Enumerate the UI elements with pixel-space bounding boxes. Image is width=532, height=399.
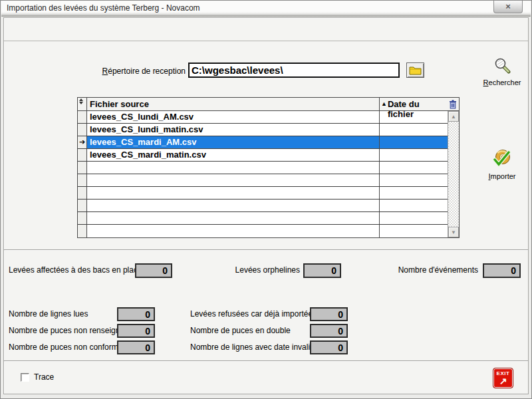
table-row[interactable]: ➔ levees_CS_mardi_AM.csv <box>78 136 448 149</box>
counter-label: Nombre d'événements <box>386 263 478 277</box>
table-row[interactable]: levees_CS_mardi_matin.csv <box>78 149 448 162</box>
file-date-cell <box>380 149 448 161</box>
counter-label: Nombre de puces en double <box>190 324 291 338</box>
window-title: Importation des levées du système Terber… <box>7 3 200 13</box>
search-button-label: Rechercher <box>479 78 525 86</box>
file-table-header: Fichier source ▲ Date du fichier <box>78 98 459 111</box>
scrollbar-track[interactable] <box>448 122 459 227</box>
counter-field: 0 <box>117 324 155 338</box>
counter-field: 0 <box>117 340 155 354</box>
counter-label: Nombre de puces non renseignés <box>9 324 128 338</box>
counter-label: Nombre de puces non conformes <box>9 340 126 354</box>
reception-dir-input[interactable] <box>188 63 400 78</box>
counter-field: 0 <box>483 263 521 278</box>
delete-file-button[interactable] <box>446 98 459 110</box>
table-row-empty[interactable] <box>78 225 448 237</box>
table-row-empty[interactable] <box>78 200 448 212</box>
import-button[interactable]: Importer <box>479 149 525 180</box>
titlebar: Importation des levées du système Terber… <box>1 1 531 17</box>
trace-checkbox[interactable] <box>21 373 29 382</box>
file-name-cell: levees_CS_lundi_matin.csv <box>87 124 380 136</box>
counter-field: 0 <box>135 263 172 278</box>
scroll-up-button[interactable]: ▲ <box>448 111 459 122</box>
counter-field: 0 <box>303 263 341 278</box>
table-row-empty[interactable] <box>78 162 448 174</box>
row-gutter <box>78 111 87 123</box>
counter-field: 0 <box>310 340 348 354</box>
sort-asc-icon: ▲ <box>381 100 387 107</box>
separator-stats <box>4 249 528 250</box>
table-row-empty[interactable] <box>78 187 448 200</box>
exit-button[interactable]: EXIT ↗ <box>493 368 513 388</box>
trace-label: Trace <box>34 372 54 382</box>
sort-indicator-icon[interactable] <box>79 98 84 104</box>
magnifier-icon <box>493 57 511 75</box>
current-row-arrow-icon: ➔ <box>79 138 85 146</box>
counter-field: 0 <box>310 307 348 321</box>
file-name-cell: levees_CS_mardi_matin.csv <box>87 149 380 161</box>
close-button[interactable]: × <box>493 1 523 13</box>
reception-dir-label: Répertoire de reception <box>80 66 186 76</box>
row-gutter <box>78 149 87 161</box>
separator-footer <box>4 360 528 361</box>
import-window: Importation des levées du système Terber… <box>0 0 532 399</box>
counter-field: 0 <box>117 307 155 321</box>
counter-field: 0 <box>310 324 348 338</box>
table-row-empty[interactable] <box>78 174 448 187</box>
table-scrollbar: ▲ ▼ <box>448 111 459 237</box>
file-name-cell: levees_CS_lundi_AM.csv <box>87 111 380 123</box>
folder-icon <box>409 65 422 75</box>
column-header-date[interactable]: ▲ Date du fichier <box>380 98 446 110</box>
table-row-empty[interactable] <box>78 212 448 225</box>
import-button-label: Importer <box>479 172 525 180</box>
row-gutter: ➔ <box>78 136 87 148</box>
search-button[interactable]: Rechercher <box>479 57 525 86</box>
scroll-down-button[interactable]: ▼ <box>448 227 459 237</box>
file-name-cell: levees_CS_mardi_AM.csv <box>87 136 380 148</box>
browse-folder-button[interactable] <box>406 63 424 78</box>
column-header-file[interactable]: Fichier source <box>87 98 380 110</box>
counter-label: Levées orphelines <box>220 263 300 277</box>
counter-label: Levées affectées à des bacs en place <box>9 263 142 277</box>
header-gutter <box>78 98 87 110</box>
file-date-cell <box>380 136 448 148</box>
counter-label: Levées refusées car déjà importée <box>190 307 313 321</box>
counter-label: Nombre de lignes lues <box>9 307 88 321</box>
file-table-body: levees_CS_lundi_AM.csv levees_CS_lundi_m… <box>78 111 459 237</box>
top-separator <box>4 41 528 41</box>
counter-label: Nombre de lignes avec date invalide <box>190 340 319 354</box>
trash-icon <box>449 100 457 109</box>
row-gutter <box>78 124 87 136</box>
exit-arrow-icon: ↗ <box>493 377 513 385</box>
file-table: Fichier source ▲ Date du fichier <box>77 97 460 238</box>
file-date-cell <box>380 124 448 136</box>
table-row[interactable]: levees_CS_lundi_matin.csv <box>78 124 448 136</box>
import-disc-icon <box>492 149 512 169</box>
